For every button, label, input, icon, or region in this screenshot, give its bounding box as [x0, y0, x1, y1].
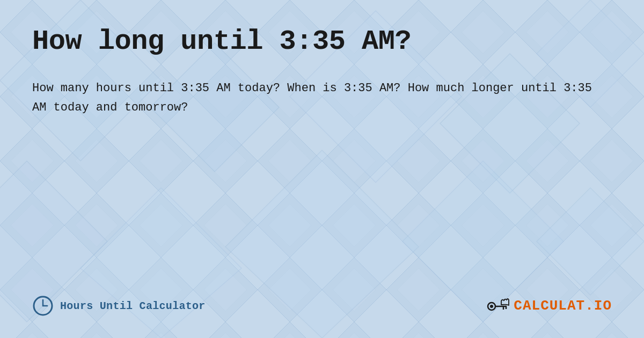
calculat-dot-io: .IO [585, 298, 612, 314]
calculat-text-main: CALCULAT [514, 298, 585, 314]
calculat-io-text: CALCULAT.IO [514, 298, 612, 314]
page-description: How many hours until 3:35 AM today? When… [32, 79, 612, 118]
page-title: How long until 3:35 AM? [32, 26, 612, 57]
footer-right-brand: CALCULAT.IO [486, 297, 612, 315]
clock-icon [32, 295, 54, 317]
key-hand-icon [486, 297, 510, 315]
footer-left-brand: Hours Until Calculator [32, 295, 206, 317]
footer-brand-text: Hours Until Calculator [60, 300, 206, 312]
svg-point-20 [490, 305, 493, 308]
page-footer: Hours Until Calculator CALCULAT.IO [32, 284, 612, 317]
